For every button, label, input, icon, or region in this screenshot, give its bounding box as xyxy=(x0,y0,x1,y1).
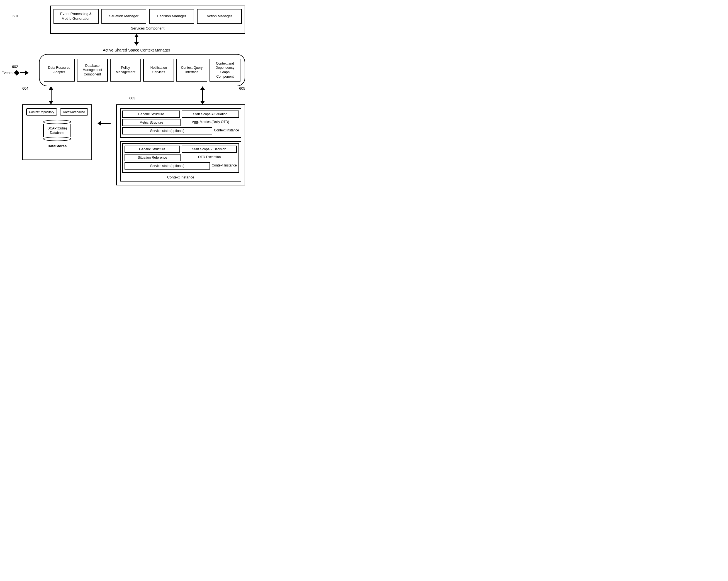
events-arrow: Events xyxy=(1,70,29,76)
label-601: 601 xyxy=(12,14,19,18)
context-instance-upper: Generic Structure Start Scope = Situatio… xyxy=(120,108,241,138)
action-manager-box: Action Manager xyxy=(197,9,242,24)
context-dependency-graph-box: Context and Dependency Graph Component xyxy=(209,59,240,82)
datastores-label: DataStores xyxy=(26,144,88,148)
situation-manager-box: Situation Manager xyxy=(101,9,147,24)
services-ascm-arrow xyxy=(134,34,139,46)
agg-metrics: Agg. Metrics (Daily OTD) xyxy=(182,119,239,126)
diamond-icon xyxy=(14,70,20,76)
start-scope-decision: Start Scope = Decision xyxy=(182,146,237,153)
context-instance-lower-inner: Generic Structure Start Scope = Decision… xyxy=(122,143,239,173)
context-query-interface-box: Context Query Interface xyxy=(176,59,207,82)
start-scope-situation: Start Scope = Situation xyxy=(182,111,239,118)
metric-structure: Metric Structure xyxy=(122,119,181,126)
context-instance-label-lower: Context Instance xyxy=(212,163,237,169)
datawarehouse-box: DataWarehouse xyxy=(60,108,88,115)
services-component-label: Services Component xyxy=(53,26,242,30)
context-instance-bottom-label: Context Instance xyxy=(122,174,239,179)
service-state-upper: Service state (optional) xyxy=(122,127,212,135)
middle-arrows-section: 604 603 605 xyxy=(22,86,245,104)
label-602-container: 602 Events xyxy=(1,64,29,76)
label-603: 603 xyxy=(129,96,135,100)
h-arrow-between xyxy=(98,104,111,126)
left-double-arrow xyxy=(49,86,53,104)
decision-manager-box: Decision Manager xyxy=(149,9,194,24)
svg-marker-0 xyxy=(14,70,20,76)
database-management-box: Database Management Component xyxy=(77,59,108,82)
generic-structure-upper: Generic Structure xyxy=(122,111,180,118)
events-label: Events xyxy=(1,71,12,75)
ascm-title: Active Shared Space Context Manager xyxy=(28,48,245,52)
context-instance-lower: Generic Structure Start Scope = Decision… xyxy=(120,141,241,182)
service-state-lower: Service state (optional) xyxy=(125,162,210,169)
otd-exception: OTD Exception xyxy=(182,154,237,161)
ascm-box: Data Resource Adapter Database Managemen… xyxy=(39,54,245,86)
event-processing-box: Event Processing & Metric Generation xyxy=(53,9,99,24)
dcap-database: DCAP(Cube) Database xyxy=(43,120,71,141)
architecture-diagram: 601 Event Processing & Metric Generation… xyxy=(6,6,245,186)
label-602: 602 xyxy=(12,64,18,68)
label-605: 605 xyxy=(239,86,245,90)
services-component-box: Event Processing & Metric Generation Sit… xyxy=(50,6,245,34)
policy-management-box: Policy Management xyxy=(110,59,141,82)
generic-structure-lower: Generic Structure xyxy=(125,146,180,153)
context-repository-box: ContextRepository xyxy=(26,108,57,115)
label-604: 604 xyxy=(22,86,28,90)
context-instances-outer-box: Generic Structure Start Scope = Situatio… xyxy=(116,104,245,186)
dcap-label: DCAP(Cube) Database xyxy=(47,127,67,135)
right-double-arrow xyxy=(200,86,205,104)
context-instance-label-upper: Context Instance xyxy=(214,128,239,135)
data-resource-adapter-box: Data Resource Adapter xyxy=(44,59,75,82)
datastores-box: ContextRepository DataWarehouse DCAP(Cub… xyxy=(22,104,92,160)
situation-reference: Situation Reference xyxy=(125,154,181,161)
notification-services-box: Notification Services xyxy=(143,59,174,82)
bottom-section: ContextRepository DataWarehouse DCAP(Cub… xyxy=(22,104,245,186)
